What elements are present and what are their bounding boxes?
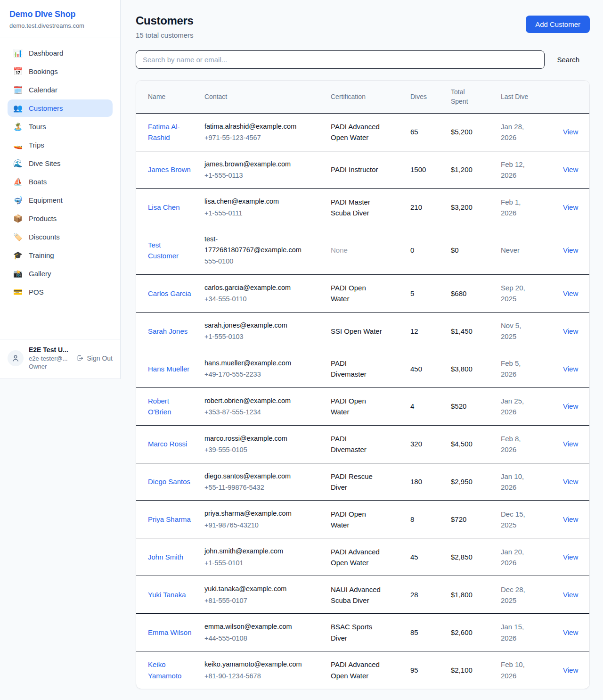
customer-email: diego.santos@example.com: [204, 471, 306, 481]
sidebar-item-discounts[interactable]: 🏷️ Discounts: [8, 228, 113, 246]
sidebar-item-label: Dashboard: [29, 49, 63, 57]
view-customer-link[interactable]: View: [563, 440, 578, 448]
customer-name-link[interactable]: Robert O'Brien: [148, 397, 171, 416]
column-certification: Certification: [331, 81, 410, 113]
customer-total-spent: $5,200: [451, 113, 501, 151]
customer-dives: 85: [410, 614, 451, 651]
view-customer-link[interactable]: View: [563, 365, 578, 373]
table-row: Hans Mueller hans.mueller@example.com +4…: [136, 350, 590, 387]
page-header: Customers 15 total customers Add Custome…: [136, 14, 590, 39]
customer-dives: 450: [410, 350, 451, 387]
view-customer-link[interactable]: View: [563, 165, 578, 173]
view-customer-link[interactable]: View: [563, 327, 578, 335]
customer-name-link[interactable]: Yuki Tanaka: [148, 591, 186, 599]
pos-icon: 💳: [13, 288, 23, 296]
view-customer-link[interactable]: View: [563, 402, 578, 410]
sidebar-item-calendar[interactable]: 🗓️ Calendar: [8, 81, 113, 99]
total-customers-count: 15 total customers: [136, 31, 194, 39]
customer-name-link[interactable]: Keiko Yamamoto: [148, 660, 181, 679]
table-row: Diego Santos diego.santos@example.com +5…: [136, 463, 590, 501]
sidebar-item-products[interactable]: 📦 Products: [8, 210, 113, 227]
sidebar-item-gallery[interactable]: 📸 Gallery: [8, 265, 113, 282]
user-icon: [11, 354, 20, 362]
sidebar-item-dive-sites[interactable]: 🌊 Dive Sites: [8, 155, 113, 172]
sidebar-item-label: Customers: [29, 104, 63, 112]
customer-dives: 210: [410, 189, 451, 226]
sidebar-item-boats[interactable]: ⛵ Boats: [8, 173, 113, 190]
customer-last-dive: Sep 20, 2025: [501, 274, 551, 312]
customer-name-link[interactable]: Hans Mueller: [148, 365, 189, 373]
customer-last-dive: Jan 28, 2026: [501, 113, 551, 151]
view-customer-link[interactable]: View: [563, 246, 578, 254]
customer-dives: 95: [410, 651, 451, 689]
customer-name-link[interactable]: Fatima Al-Rashid: [148, 123, 180, 141]
sidebar-item-tours[interactable]: 🏝️ Tours: [8, 118, 113, 135]
sidebar-item-pos[interactable]: 💳 POS: [8, 283, 113, 301]
customer-name-link[interactable]: James Brown: [148, 165, 191, 173]
sidebar-item-bookings[interactable]: 📅 Bookings: [8, 63, 113, 80]
view-customer-link[interactable]: View: [563, 515, 578, 523]
sidebar-item-customers[interactable]: 👥 Customers: [8, 99, 113, 117]
training-icon: 🎓: [13, 251, 23, 260]
customer-total-spent: $720: [451, 501, 501, 538]
sidebar-item-label: Training: [29, 251, 54, 259]
sidebar-item-dashboard[interactable]: 📊 Dashboard: [8, 44, 113, 62]
customer-certification: NAUI Advanced Scuba Diver: [331, 585, 381, 604]
column-actions: [551, 81, 590, 113]
view-customer-link[interactable]: View: [563, 591, 578, 599]
sidebar-item-label: Boats: [29, 178, 47, 186]
customer-name-link[interactable]: Emma Wilson: [148, 628, 192, 636]
customer-dives: 5: [410, 274, 451, 312]
view-customer-link[interactable]: View: [563, 666, 578, 674]
customer-email: emma.wilson@example.com: [204, 621, 306, 632]
table-row: Marco Rossi marco.rossi@example.com +39-…: [136, 425, 590, 463]
view-customer-link[interactable]: View: [563, 628, 578, 636]
customer-email: yuki.tanaka@example.com: [204, 584, 306, 594]
sidebar-item-trips[interactable]: 🚤 Trips: [8, 136, 113, 154]
table-row: James Brown james.brown@example.com +1-5…: [136, 151, 590, 189]
customer-last-dive: Jan 20, 2026: [501, 538, 551, 576]
sidebar-item-training[interactable]: 🎓 Training: [8, 247, 113, 264]
customer-phone: +1-555-0103: [204, 331, 306, 342]
customer-email: robert.obrien@example.com: [204, 395, 306, 406]
view-customer-link[interactable]: View: [563, 478, 578, 486]
boats-icon: ⛵: [13, 177, 23, 186]
search-input[interactable]: [136, 50, 545, 69]
view-customer-link[interactable]: View: [563, 553, 578, 561]
customer-phone: +55-11-99876-5432: [204, 482, 306, 493]
customer-name-link[interactable]: Carlos Garcia: [148, 289, 191, 297]
customer-name-link[interactable]: Diego Santos: [148, 478, 190, 486]
table-row: Fatima Al-Rashid fatima.alrashid@example…: [136, 113, 590, 151]
view-customer-link[interactable]: View: [563, 128, 578, 136]
customer-certification: PADI Divemaster: [331, 435, 367, 453]
products-icon: 📦: [13, 214, 23, 223]
sidebar-item-equipment[interactable]: 🤿 Equipment: [8, 191, 113, 209]
calendar-icon: 🗓️: [13, 85, 23, 94]
view-customer-link[interactable]: View: [563, 203, 578, 211]
customer-dives: 8: [410, 501, 451, 538]
customer-dives: 4: [410, 387, 451, 425]
sidebar-nav: 📊 Dashboard 📅 Bookings 🗓️ Calendar 👥 Cus…: [0, 38, 120, 339]
customer-name-link[interactable]: John Smith: [148, 553, 183, 561]
customer-name-link[interactable]: Priya Sharma: [148, 515, 191, 523]
sidebar-item-label: Equipment: [29, 196, 63, 204]
customer-email: james.brown@example.com: [204, 159, 306, 169]
customer-name-link[interactable]: Lisa Chen: [148, 203, 180, 211]
sidebar-item-label: POS: [29, 288, 44, 296]
user-role: Owner: [29, 362, 68, 371]
customer-name-link[interactable]: Sarah Jones: [148, 327, 187, 335]
search-button[interactable]: Search: [557, 56, 579, 64]
customer-total-spent: $680: [451, 274, 501, 312]
column-total-spent: Total Spent: [451, 81, 501, 113]
add-customer-button[interactable]: Add Customer: [526, 16, 590, 33]
customer-name-link[interactable]: Marco Rossi: [148, 440, 187, 448]
sidebar-item-label: Calendar: [29, 86, 57, 94]
customer-last-dive: Feb 5, 2026: [501, 350, 551, 387]
sign-out-icon: [76, 354, 84, 362]
brand: Demo Dive Shop demo.test.divestreams.com: [0, 0, 120, 38]
sign-out-button[interactable]: Sign Out: [76, 354, 113, 362]
view-customer-link[interactable]: View: [563, 289, 578, 297]
user-name: E2E Test U...: [29, 346, 68, 354]
customer-last-dive: Dec 28, 2025: [501, 576, 551, 614]
customer-name-link[interactable]: Test Customer: [148, 241, 179, 260]
